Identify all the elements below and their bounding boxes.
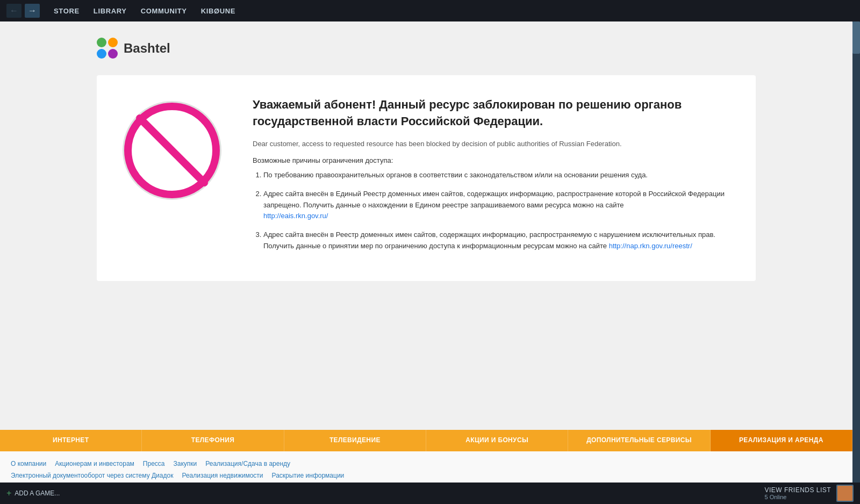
logo-dot-green bbox=[97, 38, 106, 47]
reason-2-link[interactable]: http://eais.rkn.gov.ru/ bbox=[263, 212, 328, 220]
footer-row-2: Электронный документооборот через систем… bbox=[11, 472, 842, 479]
forward-button[interactable]: → bbox=[25, 4, 40, 18]
bashtel-name: Bashtel bbox=[124, 41, 170, 56]
footer-nav-telephony[interactable]: ТЕЛЕФОНИЯ bbox=[142, 430, 284, 451]
scrollbar[interactable] bbox=[852, 21, 860, 483]
footer-nav-extra[interactable]: ДОПОЛНИТЕЛЬНЫЕ СЕРВИСЫ bbox=[568, 430, 710, 451]
text-content: Уважаемый абонент! Данный ресурс заблоки… bbox=[253, 97, 734, 260]
logo-dot-blue bbox=[97, 49, 106, 59]
friends-list-text: VIEW FRIENDS LIST 5 Online bbox=[764, 486, 831, 500]
nav-links: STORE LIBRARY COMMUNITY KIBØUNE bbox=[47, 5, 242, 17]
footer-link-company[interactable]: О компании bbox=[11, 460, 46, 467]
browser-content: Bashtel Уважаемый абонент! Данный ресурс… bbox=[0, 21, 852, 483]
add-game-label[interactable]: ADD A GAME... bbox=[15, 489, 60, 497]
footer-link-investors[interactable]: Акционерам и инвесторам bbox=[55, 460, 134, 467]
footer-link-rental[interactable]: Реализация/Сдача в аренду bbox=[205, 460, 290, 467]
friends-list-section: VIEW FRIENDS LIST 5 Online bbox=[764, 485, 854, 502]
reasons-label: Возможные причины ограничения доступа: bbox=[253, 156, 734, 164]
footer-nav-promo[interactable]: АКЦИИ И БОНУСЫ bbox=[426, 430, 568, 451]
footer-link-disclosure[interactable]: Раскрытие информации bbox=[272, 472, 345, 479]
footer-link-press[interactable]: Пресса bbox=[143, 460, 165, 467]
avatar[interactable] bbox=[836, 485, 854, 502]
footer-row-1: О компании Акционерам и инвесторам Пресс… bbox=[11, 460, 842, 467]
nav-library[interactable]: LIBRARY bbox=[87, 5, 133, 17]
logo-dot-orange bbox=[108, 38, 118, 47]
friends-online-count: 5 Online bbox=[764, 494, 831, 500]
logo-dot-purple bbox=[108, 49, 118, 59]
back-button[interactable]: ← bbox=[6, 4, 22, 18]
reasons-list: По требованию правоохранительных органов… bbox=[253, 170, 734, 252]
page-footer: ИНТЕРНЕТ ТЕЛЕФОНИЯ ТЕЛЕВИДЕНИЕ АКЦИИ И Б… bbox=[0, 430, 852, 483]
add-game-button[interactable]: + ADD A GAME... bbox=[6, 488, 60, 498]
main-area: Bashtel Уважаемый абонент! Данный ресурс… bbox=[0, 21, 860, 483]
footer-nav-internet[interactable]: ИНТЕРНЕТ bbox=[0, 430, 142, 451]
nav-user[interactable]: KIBØUNE bbox=[195, 5, 242, 17]
status-bar: + ADD A GAME... VIEW FRIENDS LIST 5 Onli… bbox=[0, 483, 860, 504]
page-wrapper: Bashtel Уважаемый абонент! Данный ресурс… bbox=[0, 21, 852, 414]
bashtel-header: Bashtel bbox=[97, 38, 756, 59]
nav-community[interactable]: COMMUNITY bbox=[134, 5, 194, 17]
footer-nav: ИНТЕРНЕТ ТЕЛЕФОНИЯ ТЕЛЕВИДЕНИЕ АКЦИИ И Б… bbox=[0, 430, 852, 451]
reason-1: По требованию правоохранительных органов… bbox=[263, 170, 734, 181]
sub-text: Dear customer, access to requested resou… bbox=[253, 139, 734, 149]
block-content: Уважаемый абонент! Данный ресурс заблоки… bbox=[97, 75, 756, 281]
view-friends-list-button[interactable]: VIEW FRIENDS LIST bbox=[764, 486, 831, 494]
footer-link-docflow[interactable]: Электронный документооборот через систем… bbox=[11, 472, 173, 479]
nav-store[interactable]: STORE bbox=[47, 5, 86, 17]
reason-3-link[interactable]: http://nap.rkn.gov.ru/reestr/ bbox=[609, 242, 692, 250]
scrollbar-thumb[interactable] bbox=[852, 21, 860, 54]
reason-3: Адрес сайта внесён в Реестр доменных име… bbox=[263, 229, 734, 252]
reason-2: Адрес сайта внесён в Единый Реестр домен… bbox=[263, 189, 734, 222]
avatar-image bbox=[837, 486, 852, 501]
footer-nav-tv[interactable]: ТЕЛЕВИДЕНИЕ bbox=[284, 430, 426, 451]
footer-links: О компании Акционерам и инвесторам Пресс… bbox=[0, 451, 852, 483]
footer-link-procurement[interactable]: Закупки bbox=[174, 460, 197, 467]
svg-line-2 bbox=[140, 118, 204, 183]
footer-link-realty[interactable]: Реализация недвижимости bbox=[182, 472, 263, 479]
no-symbol bbox=[118, 97, 226, 204]
footer-nav-rental[interactable]: РЕАЛИЗАЦИЯ И АРЕНДА bbox=[711, 430, 852, 451]
logo-icon-grid bbox=[97, 38, 118, 59]
bashtel-logo: Bashtel bbox=[97, 38, 170, 59]
top-navigation: ← → STORE LIBRARY COMMUNITY KIBØUNE bbox=[0, 0, 860, 21]
main-heading: Уважаемый абонент! Данный ресурс заблоки… bbox=[253, 97, 734, 130]
add-game-plus-icon: + bbox=[6, 488, 11, 498]
